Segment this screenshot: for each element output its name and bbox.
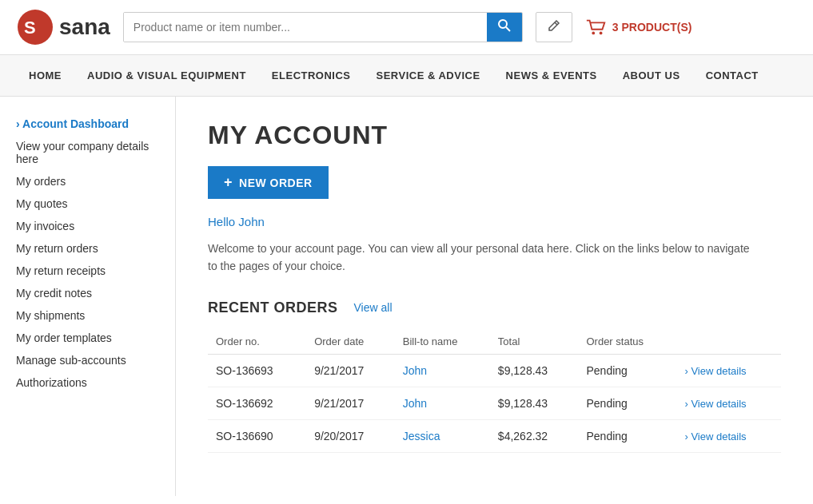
view-details-cell[interactable]: View details (676, 354, 781, 387)
search-input[interactable] (124, 13, 487, 42)
order-total: $4,262.32 (490, 419, 579, 452)
order-total: $9,128.43 (490, 354, 579, 387)
pencil-button[interactable] (536, 12, 572, 42)
col-order-no: Order no. (208, 329, 306, 355)
view-details-cell[interactable]: View details (676, 419, 781, 452)
svg-line-3 (506, 27, 510, 31)
view-details-link[interactable]: View details (684, 431, 746, 442)
recent-orders-header: RECENT ORDERS View all (208, 300, 781, 316)
sana-logo-icon: S (16, 8, 54, 46)
order-number: SO-136692 (208, 387, 306, 419)
svg-point-2 (499, 20, 507, 28)
svg-point-6 (600, 32, 603, 35)
cart-icon (585, 18, 608, 36)
order-date: 9/21/2017 (306, 354, 395, 387)
sidebar-item-return-orders[interactable]: My return orders (16, 237, 159, 260)
hello-greeting: Hello John (208, 215, 781, 228)
svg-line-4 (555, 22, 557, 25)
sidebar-item-invoices[interactable]: My invoices (16, 215, 159, 237)
content-area: MY ACCOUNT + NEW ORDER Hello John Welcom… (176, 97, 813, 496)
header: S sana 3 PRODUCT(S) (0, 0, 813, 55)
col-total: Total (490, 329, 579, 355)
sidebar: Account Dashboard View your company deta… (0, 97, 176, 496)
order-date: 9/20/2017 (306, 419, 395, 452)
sidebar-item-dashboard[interactable]: Account Dashboard (16, 113, 159, 135)
sidebar-item-sub-accounts[interactable]: Manage sub-accounts (16, 349, 159, 371)
main-nav: HOME AUDIO & VISUAL EQUIPMENT ELECTRONIC… (0, 55, 813, 97)
search-button[interactable] (487, 13, 522, 42)
sidebar-item-quotes[interactable]: My quotes (16, 192, 159, 215)
nav-item-audio[interactable]: AUDIO & VISUAL EQUIPMENT (74, 55, 259, 96)
order-date: 9/21/2017 (306, 387, 395, 419)
view-all-link[interactable]: View all (354, 301, 393, 314)
sidebar-item-authorizations[interactable]: Authorizations (16, 371, 159, 394)
sidebar-item-orders[interactable]: My orders (16, 170, 159, 192)
cart-area[interactable]: 3 PRODUCT(S) (585, 18, 692, 36)
plus-icon: + (224, 174, 233, 191)
order-status: Pending (578, 387, 676, 419)
sidebar-item-shipments[interactable]: My shipments (16, 304, 159, 327)
page-title: MY ACCOUNT (208, 121, 781, 150)
order-status: Pending (578, 354, 676, 387)
col-actions (676, 329, 781, 355)
nav-item-service[interactable]: SERVICE & ADVICE (364, 55, 493, 96)
search-bar (123, 12, 523, 42)
bill-to-name: John (395, 354, 490, 387)
table-row: SO-136692 9/21/2017 John $9,128.43 Pendi… (208, 387, 781, 419)
nav-item-about[interactable]: ABOUT US (610, 55, 693, 96)
sidebar-item-order-templates[interactable]: My order templates (16, 327, 159, 349)
svg-text:S: S (24, 18, 36, 38)
sidebar-item-credit-notes[interactable]: My credit notes (16, 282, 159, 304)
orders-table: Order no. Order date Bill-to name Total … (208, 329, 781, 453)
view-details-link[interactable]: View details (684, 398, 746, 410)
col-bill-to: Bill-to name (395, 329, 490, 355)
order-number: SO-136690 (208, 419, 306, 452)
new-order-button[interactable]: + NEW ORDER (208, 166, 329, 199)
search-icon (498, 19, 511, 32)
nav-item-news[interactable]: NEWS & EVENTS (493, 55, 610, 96)
nav-item-electronics[interactable]: ELECTRONICS (259, 55, 364, 96)
view-details-link[interactable]: View details (684, 365, 746, 377)
bill-to-name: Jessica (395, 419, 490, 452)
main-container: Account Dashboard View your company deta… (0, 97, 813, 496)
cart-label: 3 PRODUCT(S) (612, 21, 692, 34)
bill-to-name: John (395, 387, 490, 419)
table-header-row: Order no. Order date Bill-to name Total … (208, 329, 781, 355)
svg-point-5 (592, 32, 595, 35)
table-row: SO-136693 9/21/2017 John $9,128.43 Pendi… (208, 354, 781, 387)
table-row: SO-136690 9/20/2017 Jessica $4,262.32 Pe… (208, 419, 781, 452)
order-number: SO-136693 (208, 354, 306, 387)
col-status: Order status (578, 329, 676, 355)
nav-item-contact[interactable]: CONTACT (693, 55, 771, 96)
sidebar-item-return-receipts[interactable]: My return receipts (16, 260, 159, 282)
logo[interactable]: S sana (16, 8, 110, 46)
col-order-date: Order date (306, 329, 395, 355)
sidebar-item-company[interactable]: View your company details here (16, 135, 159, 170)
new-order-label: NEW ORDER (239, 177, 313, 189)
logo-text: sana (59, 14, 110, 40)
nav-item-home[interactable]: HOME (16, 55, 74, 96)
view-details-cell[interactable]: View details (676, 387, 781, 419)
order-status: Pending (578, 419, 676, 452)
welcome-message: Welcome to your account page. You can vi… (208, 240, 751, 276)
order-total: $9,128.43 (490, 387, 579, 419)
pencil-icon (548, 19, 560, 32)
recent-orders-title: RECENT ORDERS (208, 300, 338, 316)
